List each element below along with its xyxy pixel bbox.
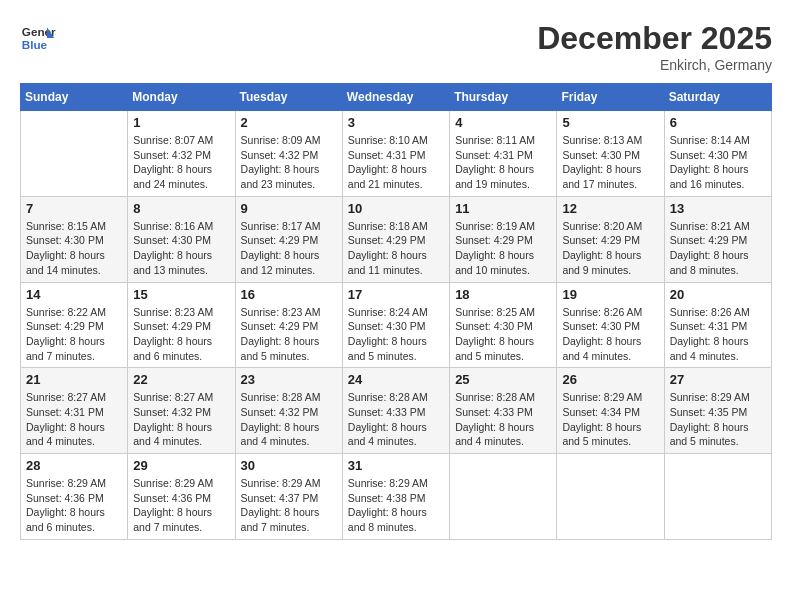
day-number: 24 [348, 372, 444, 387]
calendar-cell: 4Sunrise: 8:11 AM Sunset: 4:31 PM Daylig… [450, 111, 557, 197]
day-info: Sunrise: 8:28 AM Sunset: 4:32 PM Dayligh… [241, 390, 337, 449]
svg-text:Blue: Blue [22, 38, 48, 51]
day-number: 4 [455, 115, 551, 130]
day-number: 3 [348, 115, 444, 130]
calendar-cell: 26Sunrise: 8:29 AM Sunset: 4:34 PM Dayli… [557, 368, 664, 454]
calendar-cell: 27Sunrise: 8:29 AM Sunset: 4:35 PM Dayli… [664, 368, 771, 454]
day-info: Sunrise: 8:28 AM Sunset: 4:33 PM Dayligh… [348, 390, 444, 449]
day-number: 16 [241, 287, 337, 302]
calendar-week-row: 14Sunrise: 8:22 AM Sunset: 4:29 PM Dayli… [21, 282, 772, 368]
day-info: Sunrise: 8:27 AM Sunset: 4:31 PM Dayligh… [26, 390, 122, 449]
day-number: 28 [26, 458, 122, 473]
day-number: 18 [455, 287, 551, 302]
calendar-cell: 9Sunrise: 8:17 AM Sunset: 4:29 PM Daylig… [235, 196, 342, 282]
day-info: Sunrise: 8:29 AM Sunset: 4:37 PM Dayligh… [241, 476, 337, 535]
day-info: Sunrise: 8:11 AM Sunset: 4:31 PM Dayligh… [455, 133, 551, 192]
weekday-header: Monday [128, 84, 235, 111]
day-number: 2 [241, 115, 337, 130]
calendar-cell: 3Sunrise: 8:10 AM Sunset: 4:31 PM Daylig… [342, 111, 449, 197]
day-number: 12 [562, 201, 658, 216]
calendar-cell: 6Sunrise: 8:14 AM Sunset: 4:30 PM Daylig… [664, 111, 771, 197]
calendar-cell [664, 454, 771, 540]
day-number: 17 [348, 287, 444, 302]
day-number: 30 [241, 458, 337, 473]
day-info: Sunrise: 8:29 AM Sunset: 4:34 PM Dayligh… [562, 390, 658, 449]
weekday-header: Tuesday [235, 84, 342, 111]
weekday-header-row: SundayMondayTuesdayWednesdayThursdayFrid… [21, 84, 772, 111]
day-info: Sunrise: 8:23 AM Sunset: 4:29 PM Dayligh… [133, 305, 229, 364]
day-info: Sunrise: 8:13 AM Sunset: 4:30 PM Dayligh… [562, 133, 658, 192]
day-info: Sunrise: 8:21 AM Sunset: 4:29 PM Dayligh… [670, 219, 766, 278]
calendar-cell: 2Sunrise: 8:09 AM Sunset: 4:32 PM Daylig… [235, 111, 342, 197]
day-number: 29 [133, 458, 229, 473]
day-number: 13 [670, 201, 766, 216]
weekday-header: Sunday [21, 84, 128, 111]
day-info: Sunrise: 8:10 AM Sunset: 4:31 PM Dayligh… [348, 133, 444, 192]
day-info: Sunrise: 8:29 AM Sunset: 4:35 PM Dayligh… [670, 390, 766, 449]
day-number: 27 [670, 372, 766, 387]
calendar-cell: 28Sunrise: 8:29 AM Sunset: 4:36 PM Dayli… [21, 454, 128, 540]
calendar-cell [557, 454, 664, 540]
day-number: 14 [26, 287, 122, 302]
calendar-cell: 24Sunrise: 8:28 AM Sunset: 4:33 PM Dayli… [342, 368, 449, 454]
day-number: 6 [670, 115, 766, 130]
calendar-cell: 8Sunrise: 8:16 AM Sunset: 4:30 PM Daylig… [128, 196, 235, 282]
calendar-cell: 31Sunrise: 8:29 AM Sunset: 4:38 PM Dayli… [342, 454, 449, 540]
day-number: 5 [562, 115, 658, 130]
day-info: Sunrise: 8:22 AM Sunset: 4:29 PM Dayligh… [26, 305, 122, 364]
calendar-cell: 29Sunrise: 8:29 AM Sunset: 4:36 PM Dayli… [128, 454, 235, 540]
calendar-cell: 22Sunrise: 8:27 AM Sunset: 4:32 PM Dayli… [128, 368, 235, 454]
day-info: Sunrise: 8:29 AM Sunset: 4:36 PM Dayligh… [26, 476, 122, 535]
day-info: Sunrise: 8:20 AM Sunset: 4:29 PM Dayligh… [562, 219, 658, 278]
calendar-cell: 13Sunrise: 8:21 AM Sunset: 4:29 PM Dayli… [664, 196, 771, 282]
calendar-cell: 23Sunrise: 8:28 AM Sunset: 4:32 PM Dayli… [235, 368, 342, 454]
calendar-cell: 14Sunrise: 8:22 AM Sunset: 4:29 PM Dayli… [21, 282, 128, 368]
day-number: 11 [455, 201, 551, 216]
day-number: 19 [562, 287, 658, 302]
day-info: Sunrise: 8:19 AM Sunset: 4:29 PM Dayligh… [455, 219, 551, 278]
day-number: 23 [241, 372, 337, 387]
day-info: Sunrise: 8:28 AM Sunset: 4:33 PM Dayligh… [455, 390, 551, 449]
logo: General Blue [20, 20, 56, 56]
day-info: Sunrise: 8:29 AM Sunset: 4:38 PM Dayligh… [348, 476, 444, 535]
weekday-header: Saturday [664, 84, 771, 111]
weekday-header: Friday [557, 84, 664, 111]
day-number: 7 [26, 201, 122, 216]
calendar-cell: 16Sunrise: 8:23 AM Sunset: 4:29 PM Dayli… [235, 282, 342, 368]
day-info: Sunrise: 8:14 AM Sunset: 4:30 PM Dayligh… [670, 133, 766, 192]
day-number: 9 [241, 201, 337, 216]
day-info: Sunrise: 8:29 AM Sunset: 4:36 PM Dayligh… [133, 476, 229, 535]
location: Enkirch, Germany [537, 57, 772, 73]
day-number: 10 [348, 201, 444, 216]
day-number: 1 [133, 115, 229, 130]
day-number: 20 [670, 287, 766, 302]
calendar-cell: 19Sunrise: 8:26 AM Sunset: 4:30 PM Dayli… [557, 282, 664, 368]
calendar-cell: 7Sunrise: 8:15 AM Sunset: 4:30 PM Daylig… [21, 196, 128, 282]
day-number: 26 [562, 372, 658, 387]
weekday-header: Wednesday [342, 84, 449, 111]
logo-icon: General Blue [20, 20, 56, 56]
day-info: Sunrise: 8:24 AM Sunset: 4:30 PM Dayligh… [348, 305, 444, 364]
page-header: General Blue December 2025 Enkirch, Germ… [20, 20, 772, 73]
calendar-cell [450, 454, 557, 540]
day-info: Sunrise: 8:07 AM Sunset: 4:32 PM Dayligh… [133, 133, 229, 192]
calendar-cell: 1Sunrise: 8:07 AM Sunset: 4:32 PM Daylig… [128, 111, 235, 197]
calendar-cell: 21Sunrise: 8:27 AM Sunset: 4:31 PM Dayli… [21, 368, 128, 454]
calendar-week-row: 28Sunrise: 8:29 AM Sunset: 4:36 PM Dayli… [21, 454, 772, 540]
month-title: December 2025 [537, 20, 772, 57]
calendar-cell: 11Sunrise: 8:19 AM Sunset: 4:29 PM Dayli… [450, 196, 557, 282]
calendar-cell: 30Sunrise: 8:29 AM Sunset: 4:37 PM Dayli… [235, 454, 342, 540]
calendar-cell: 25Sunrise: 8:28 AM Sunset: 4:33 PM Dayli… [450, 368, 557, 454]
calendar-cell: 18Sunrise: 8:25 AM Sunset: 4:30 PM Dayli… [450, 282, 557, 368]
day-info: Sunrise: 8:23 AM Sunset: 4:29 PM Dayligh… [241, 305, 337, 364]
calendar-cell: 17Sunrise: 8:24 AM Sunset: 4:30 PM Dayli… [342, 282, 449, 368]
weekday-header: Thursday [450, 84, 557, 111]
calendar-cell: 5Sunrise: 8:13 AM Sunset: 4:30 PM Daylig… [557, 111, 664, 197]
day-info: Sunrise: 8:09 AM Sunset: 4:32 PM Dayligh… [241, 133, 337, 192]
calendar-cell: 10Sunrise: 8:18 AM Sunset: 4:29 PM Dayli… [342, 196, 449, 282]
day-info: Sunrise: 8:17 AM Sunset: 4:29 PM Dayligh… [241, 219, 337, 278]
day-info: Sunrise: 8:26 AM Sunset: 4:30 PM Dayligh… [562, 305, 658, 364]
calendar-week-row: 7Sunrise: 8:15 AM Sunset: 4:30 PM Daylig… [21, 196, 772, 282]
day-info: Sunrise: 8:15 AM Sunset: 4:30 PM Dayligh… [26, 219, 122, 278]
day-number: 8 [133, 201, 229, 216]
